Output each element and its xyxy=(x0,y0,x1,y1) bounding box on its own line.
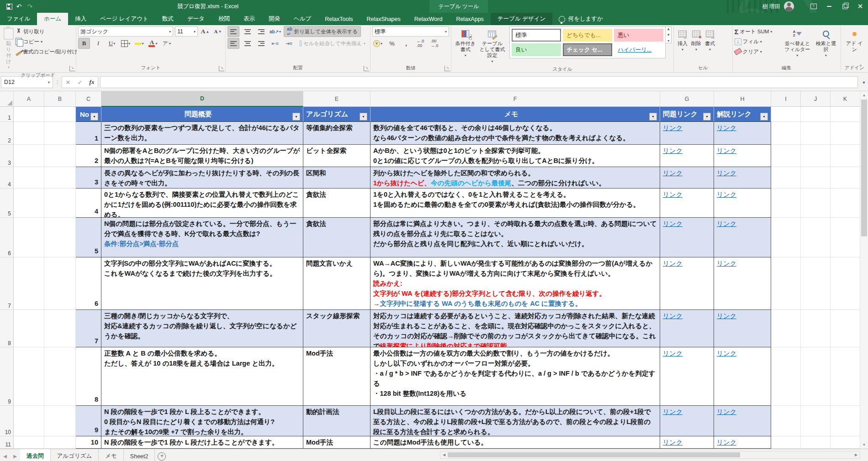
cell-I1[interactable] xyxy=(771,107,801,122)
cell-C2[interactable]: 1 xyxy=(76,122,101,145)
collapse-ribbon-button[interactable]: ⌃ xyxy=(857,64,864,70)
cell-G9[interactable]: リンク xyxy=(660,347,714,406)
gallery-scroll-strip[interactable]: ▲▼▾ xyxy=(666,26,672,43)
ribbon-tab-0[interactable]: ファイル xyxy=(0,13,37,25)
ribbon-display-options-button[interactable]: ↑ xyxy=(806,0,821,13)
undo-button[interactable]: ↶▾ xyxy=(16,1,25,11)
cell-B6[interactable] xyxy=(44,218,76,257)
user-avatar[interactable] xyxy=(784,1,794,11)
filter-button-memo[interactable]: ▼ xyxy=(649,113,657,120)
explanation-link-2[interactable]: リンク xyxy=(717,147,736,154)
ribbon-tab-9[interactable]: ヘルプ xyxy=(287,13,318,25)
cell-J8[interactable] xyxy=(801,310,831,347)
cell-E2[interactable]: 等価集約全探索 xyxy=(303,122,370,145)
horizontal-scrollbar[interactable]: ◀ ▶ xyxy=(440,451,860,459)
ribbon-tab-14[interactable]: テーブル デザイン xyxy=(491,13,553,25)
row-header-6[interactable]: 6 xyxy=(0,218,14,257)
new-sheet-button[interactable]: + xyxy=(155,449,169,461)
cell-D4[interactable]: 長さの異なるヘビが列に加わったり抜けたりする時、その列の長さをその時々で出力。 xyxy=(101,167,303,189)
cell-F9[interactable]: 最小公倍数は一方の値を双方の最大公約数で割り、もう一方の値をかけるだけ。しかし以… xyxy=(370,347,660,406)
dialog-launcher-font[interactable]: ↘ xyxy=(219,66,224,71)
row-header-3[interactable]: 3 xyxy=(0,145,14,167)
cell-J2[interactable] xyxy=(801,122,831,145)
cell-H8[interactable]: リンク xyxy=(714,310,771,347)
cell-B1[interactable] xyxy=(44,107,76,122)
cell-I11[interactable] xyxy=(771,436,801,449)
cell-E5[interactable]: 貪欲法 xyxy=(303,189,370,218)
problem-link-8[interactable]: リンク xyxy=(663,350,683,357)
table-header-problem_link[interactable]: 問題リンク▼ xyxy=(660,107,714,122)
cell-C4[interactable]: 3 xyxy=(76,167,101,189)
align-bottom-button[interactable] xyxy=(256,26,267,37)
dialog-launcher-number[interactable]: ↘ xyxy=(445,66,450,71)
cell-B2[interactable] xyxy=(44,122,76,145)
insert-cells-button[interactable]: ← 挿入▾ xyxy=(676,26,689,54)
customize-qat-button[interactable]: ▾ xyxy=(37,1,47,11)
cell-G11[interactable]: リンク xyxy=(660,436,714,449)
column-header-A[interactable]: A xyxy=(14,91,44,107)
cell-E8[interactable]: スタック線形探索 xyxy=(303,310,370,347)
phonetic-guide-button[interactable]: ア:▾ xyxy=(161,38,172,48)
problem-link-1[interactable]: リンク xyxy=(663,124,683,131)
cell-K11[interactable] xyxy=(831,436,860,449)
table-header-memo[interactable]: メモ▼ xyxy=(370,107,660,122)
cell-F3[interactable]: AかBか、という状態は0と1のビット全探索で列挙可能。0と1の値に応じてグループ… xyxy=(370,145,660,167)
cell-K7[interactable] xyxy=(831,257,860,310)
cell-E7[interactable]: 問題文言いかえ xyxy=(303,257,370,310)
align-top-button[interactable] xyxy=(228,26,239,37)
filter-button-explanation_link[interactable]: ▼ xyxy=(760,113,768,120)
merge-center-button[interactable]: セルを結合して中央揃え▾ xyxy=(297,38,368,48)
horizontal-scroll-thumb[interactable] xyxy=(448,452,740,457)
cell-D11[interactable]: N 段の階段を一歩で1 段か L 段だけ上ることができます。 xyxy=(101,436,303,449)
cell-G3[interactable]: リンク xyxy=(660,145,714,167)
cell-style-link[interactable]: ハイパーリ... xyxy=(614,43,663,56)
row-header-1[interactable]: 1 xyxy=(0,107,14,122)
cell-J9[interactable] xyxy=(801,347,831,406)
underline-button[interactable]: U▾ xyxy=(106,38,117,48)
restore-button[interactable] xyxy=(837,0,852,13)
decrease-indent-button[interactable]: ⇤≡ xyxy=(270,38,281,48)
font-size-select[interactable]: 11▾ xyxy=(175,26,198,37)
conditional-formatting-button[interactable]: 条件付き書式▾ xyxy=(453,26,478,60)
vertical-scrollbar[interactable]: ▲ ▼ xyxy=(860,91,868,449)
problem-link-5[interactable]: リンク xyxy=(663,220,683,227)
cell-I6[interactable] xyxy=(771,218,801,257)
column-header-J[interactable]: J xyxy=(801,91,831,107)
column-header-H[interactable]: H xyxy=(714,91,771,107)
problem-link-4[interactable]: リンク xyxy=(663,191,683,198)
ribbon-tab-2[interactable]: 挿入 xyxy=(68,13,93,25)
ribbon-tab-11[interactable]: RelaxShapes xyxy=(360,13,407,25)
align-middle-button[interactable] xyxy=(242,26,253,37)
cell-A6[interactable] xyxy=(14,218,44,257)
scroll-left-arrow[interactable]: ◀ xyxy=(440,453,448,457)
cell-J5[interactable] xyxy=(801,189,831,218)
cell-B9[interactable] xyxy=(44,347,76,406)
cell-C8[interactable]: 7 xyxy=(76,310,101,347)
cell-H3[interactable]: リンク xyxy=(714,145,771,167)
cell-F7[interactable]: WA→AC変換により、新しいWAが発生する可能性があるのは変換部分の一つ前(Aが… xyxy=(370,257,660,310)
explanation-link-3[interactable]: リンク xyxy=(717,169,736,177)
scroll-down-arrow[interactable]: ▼ xyxy=(860,441,868,449)
explanation-link-4[interactable]: リンク xyxy=(717,191,736,198)
column-header-D[interactable]: D xyxy=(101,91,303,107)
fill-color-button[interactable]: ▾ xyxy=(134,38,145,48)
table-header-algorithm[interactable]: アルゴリズム▼ xyxy=(303,107,370,122)
font-color-button[interactable]: A▾ xyxy=(148,38,159,48)
align-right-button[interactable] xyxy=(256,38,267,48)
find-select-button[interactable]: 検索と選択▾ xyxy=(813,26,839,60)
cell-G4[interactable]: リンク xyxy=(660,167,714,189)
ribbon-tab-12[interactable]: RelaxWord xyxy=(408,13,450,25)
row-header-2[interactable]: 2 xyxy=(0,122,14,145)
redo-button[interactable]: ↷▾ xyxy=(26,1,36,11)
cell-J3[interactable] xyxy=(801,145,831,167)
cut-button[interactable]: 切り取り xyxy=(16,26,78,37)
sheet-nav-left[interactable]: ◀ xyxy=(0,449,10,461)
increase-indent-button[interactable]: ⇥≡ xyxy=(283,38,294,48)
cell-E3[interactable]: ビット全探索 xyxy=(303,145,370,167)
column-header-G[interactable]: G xyxy=(660,91,714,107)
cell-A8[interactable] xyxy=(14,310,44,347)
cell-H6[interactable]: リンク xyxy=(714,218,771,257)
cell-D6[interactable]: N個の問題には部分点が設定されている。一分で部分点、もう一分で満点を獲得できる時… xyxy=(101,218,303,257)
ribbon-tab-1[interactable]: ホーム xyxy=(37,13,68,25)
cell-G6[interactable]: リンク xyxy=(660,218,714,257)
